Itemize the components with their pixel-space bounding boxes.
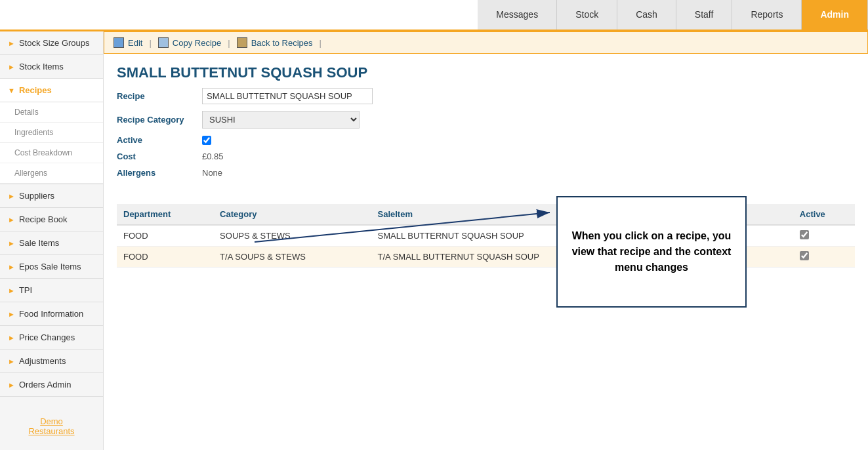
- sidebar-item-food-information[interactable]: ► Food Information: [0, 302, 103, 326]
- allergens-value: None: [202, 168, 222, 178]
- col-active: Active: [793, 204, 855, 225]
- chevron-right-icon: ►: [8, 287, 15, 294]
- sidebar-item-suppliers[interactable]: ► Suppliers: [0, 184, 103, 208]
- row1-category: SOUPS & STEWS: [213, 225, 371, 247]
- sidebar-item-stock-items[interactable]: ► Stock Items: [0, 55, 103, 79]
- sidebar-item-stock-size-groups[interactable]: ► Stock Size Groups: [0, 31, 103, 55]
- details-callout-wrap: Recipe Recipe Category SUSHI Active: [104, 88, 868, 197]
- active-row: Active: [117, 135, 855, 145]
- back-to-recipes-button[interactable]: Back to Recipes: [251, 38, 313, 48]
- active-label: Active: [117, 135, 202, 145]
- nav-cash[interactable]: Cash: [617, 0, 676, 30]
- recipe-category-label: Recipe Category: [117, 115, 202, 125]
- sidebar-recipes-submenu: Details Ingredients Cost Breakdown Aller…: [0, 102, 103, 184]
- separator-2: |: [228, 38, 230, 48]
- row2-active: [793, 247, 855, 268]
- chevron-right-icon: ►: [8, 239, 15, 247]
- sidebar-sub-allergens[interactable]: Allergens: [0, 163, 103, 184]
- sidebar-sub-cost-breakdown[interactable]: Cost Breakdown: [0, 143, 103, 163]
- col-category: Category: [213, 204, 371, 225]
- recipe-category-row: Recipe Category SUSHI: [117, 111, 855, 129]
- recipe-category-select-wrap: SUSHI: [202, 111, 360, 129]
- back-icon: [237, 37, 247, 48]
- chevron-right-icon: ►: [8, 192, 15, 200]
- nav-admin[interactable]: Admin: [802, 0, 868, 30]
- recipe-input[interactable]: [202, 88, 373, 104]
- sidebar: ► Stock Size Groups ► Stock Items ▼ Reci…: [0, 31, 104, 450]
- cost-row: Cost £0.85: [117, 151, 855, 161]
- sidebar-footer-link[interactable]: Demo Restaurants: [28, 416, 74, 436]
- callout-text: When you click on a recipe, you view tha…: [571, 228, 732, 275]
- sidebar-item-recipe-book[interactable]: ► Recipe Book: [0, 208, 103, 231]
- sidebar-sub-ingredients[interactable]: Ingredients: [0, 123, 103, 143]
- cost-value: £0.85: [202, 151, 224, 161]
- callout-box: When you click on a recipe, you view tha…: [556, 196, 747, 308]
- allergens-row: Allergens None: [117, 168, 855, 178]
- row1-active: [793, 225, 855, 247]
- row1-department: FOOD: [117, 225, 213, 247]
- edit-icon: [114, 37, 124, 48]
- sidebar-item-adjustments[interactable]: ► Adjustments: [0, 350, 103, 373]
- toolbar: Edit | Copy Recipe | Back to Recipes |: [104, 31, 868, 54]
- details-section: Recipe Recipe Category SUSHI Active: [104, 88, 868, 197]
- cost-label: Cost: [117, 151, 202, 161]
- col-department: Department: [117, 204, 213, 225]
- separator-1: |: [149, 38, 151, 48]
- chevron-right-icon: ►: [8, 216, 15, 224]
- sidebar-item-tpi[interactable]: ► TPI: [0, 279, 103, 302]
- sidebar-item-sale-items[interactable]: ► Sale Items: [0, 231, 103, 255]
- nav-staff[interactable]: Staff: [676, 0, 733, 30]
- nav-messages[interactable]: Messages: [478, 0, 557, 30]
- copy-icon: [158, 37, 169, 48]
- separator-3: |: [320, 38, 321, 48]
- edit-button[interactable]: Edit: [128, 38, 142, 48]
- main-content: Edit | Copy Recipe | Back to Recipes | S…: [104, 31, 868, 450]
- sidebar-item-recipes[interactable]: ▼ Recipes: [0, 79, 103, 102]
- recipe-category-select[interactable]: SUSHI: [202, 111, 360, 129]
- allergens-label: Allergens: [117, 168, 202, 178]
- sidebar-item-epos-sale-items[interactable]: ► Epos Sale Items: [0, 255, 103, 279]
- nav-reports[interactable]: Reports: [732, 0, 802, 30]
- page-title: SMALL BUTTETNUT SQUASH SOUP: [104, 54, 868, 88]
- sidebar-item-orders-admin[interactable]: ► Orders Admin: [0, 373, 103, 397]
- chevron-right-icon: ►: [8, 381, 15, 389]
- layout: ► Stock Size Groups ► Stock Items ▼ Reci…: [0, 31, 868, 450]
- sidebar-footer: Demo Restaurants: [0, 410, 103, 443]
- row2-active-checkbox[interactable]: [800, 251, 809, 260]
- nav-stock[interactable]: Stock: [557, 0, 617, 30]
- sidebar-item-price-changes[interactable]: ► Price Changes: [0, 326, 103, 350]
- chevron-right-icon: ►: [8, 357, 15, 365]
- chevron-right-icon: ►: [8, 263, 15, 271]
- chevron-right-icon: ►: [8, 39, 15, 47]
- top-nav: Messages Stock Cash Staff Reports Admin: [0, 0, 868, 31]
- row2-category: T/A SOUPS & STEWS: [213, 247, 371, 268]
- chevron-right-icon: ►: [8, 334, 15, 342]
- chevron-right-icon: ►: [8, 310, 15, 318]
- chevron-right-icon: ►: [8, 63, 15, 71]
- sidebar-sub-details[interactable]: Details: [0, 102, 103, 123]
- copy-recipe-button[interactable]: Copy Recipe: [173, 38, 221, 48]
- recipe-label: Recipe: [117, 91, 202, 101]
- row2-department: FOOD: [117, 247, 213, 268]
- active-checkbox[interactable]: [202, 136, 211, 145]
- chevron-down-icon: ▼: [8, 87, 15, 94]
- row1-active-checkbox[interactable]: [800, 230, 809, 239]
- recipe-row: Recipe: [117, 88, 855, 104]
